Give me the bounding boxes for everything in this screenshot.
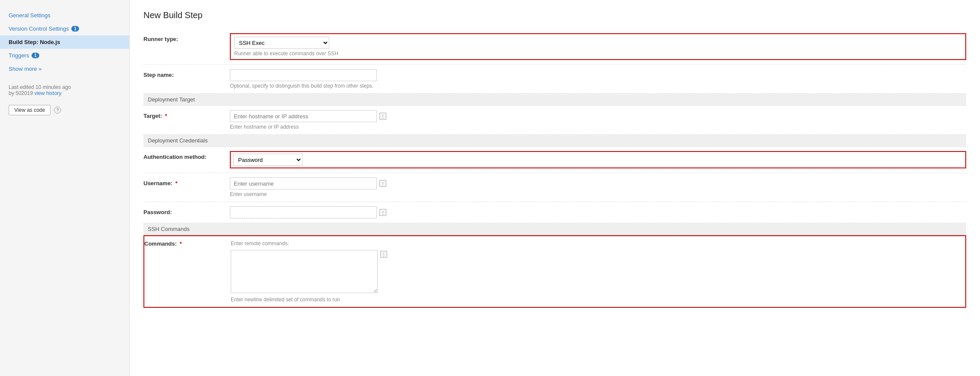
sidebar-item-label: General Settings — [9, 12, 51, 19]
username-placeholder-hint: Enter username — [230, 191, 966, 197]
sidebar-badge: 1 — [71, 26, 79, 32]
password-icon[interactable]: ⋮ — [379, 209, 386, 216]
commands-control: Enter remote commands: ⋮ Enter newline d… — [231, 240, 965, 303]
show-more-label: Show more » — [9, 66, 42, 72]
last-edited-time: 10 minutes ago — [35, 84, 71, 90]
target-icon[interactable]: ⋮ — [379, 113, 386, 120]
commands-above-hint: Enter remote commands: — [231, 240, 965, 246]
username-required: * — [174, 180, 178, 186]
username-control: ⋮ Enter username — [230, 177, 966, 197]
ssh-commands-section-header: SSH Commands — [143, 223, 966, 235]
auth-method-label: Authentication method: — [143, 151, 230, 160]
runner-type-select[interactable]: SSH Exec Command Line Ant Maven — [234, 37, 329, 49]
commands-below-hint: Enter newline delimited set of commands … — [231, 297, 965, 303]
runner-type-highlight: SSH Exec Command Line Ant Maven Runner a… — [230, 33, 966, 60]
runner-type-select-row: SSH Exec Command Line Ant Maven — [234, 37, 962, 49]
last-edited-label: Last edited — [9, 84, 34, 90]
commands-section-highlight: Commands: * Enter remote commands: ⋮ Ent… — [143, 235, 966, 308]
password-row: Password: ⋮ — [143, 202, 966, 223]
sidebar-item-label: Triggers — [9, 52, 29, 59]
auth-method-highlight: Password SSH Key Default — [230, 151, 966, 168]
password-label: Password: — [143, 206, 230, 215]
auth-method-row: Authentication method: Password SSH Key … — [143, 147, 966, 173]
help-icon[interactable]: ? — [54, 107, 61, 114]
deployment-credentials-section-header: Deployment Credentials — [143, 135, 966, 147]
view-as-code-section: View as code ? — [0, 101, 129, 120]
commands-required: * — [178, 240, 182, 247]
step-name-label: Step name: — [143, 69, 230, 78]
username-row: Username: * ⋮ Enter username — [143, 173, 966, 202]
view-as-code-button[interactable]: View as code — [9, 105, 51, 115]
sidebar-badge: 1 — [32, 53, 39, 58]
view-history-link[interactable]: view history — [34, 90, 61, 96]
sidebar-item-version-control-settings[interactable]: Version Control Settings 1 — [0, 22, 129, 35]
last-edited-by: by 502019 — [9, 90, 33, 96]
step-name-row: Step name: Optional, specify to distingu… — [143, 65, 966, 94]
runner-type-label: Runner type: — [143, 33, 230, 42]
commands-icon[interactable]: ⋮ — [380, 251, 387, 258]
sidebar-item-build-step-nodejs: Build Step: Node.js — [0, 35, 129, 49]
target-input[interactable] — [230, 110, 377, 122]
target-input-wrap: ⋮ — [230, 110, 966, 122]
username-icon[interactable]: ⋮ — [379, 180, 386, 187]
commands-textarea-wrap: ⋮ — [231, 250, 965, 293]
username-label: Username: * — [143, 177, 230, 186]
target-required: * — [163, 113, 167, 119]
sidebar-item-label: Version Control Settings — [9, 25, 69, 32]
auth-method-select[interactable]: Password SSH Key Default — [233, 154, 302, 166]
target-label: Target: * — [143, 110, 230, 119]
deployment-target-section-header: Deployment Target — [143, 94, 966, 106]
step-name-hint: Optional, specify to distinguish this bu… — [230, 83, 966, 89]
target-placeholder-hint: Enter hostname or IP address — [230, 124, 966, 130]
password-input-wrap: ⋮ — [230, 206, 966, 218]
main-content: New Build Step Runner type: SSH Exec Com… — [130, 0, 980, 376]
username-input-wrap: ⋮ — [230, 177, 966, 190]
target-row: Target: * ⋮ Enter hostname or IP address — [143, 106, 966, 135]
step-name-control: Optional, specify to distinguish this bu… — [230, 69, 966, 89]
target-control: ⋮ Enter hostname or IP address — [230, 110, 966, 130]
sidebar: General Settings Version Control Setting… — [0, 0, 130, 376]
password-control: ⋮ — [230, 206, 966, 218]
auth-method-control: Password SSH Key Default — [230, 151, 966, 168]
commands-textarea[interactable] — [231, 250, 378, 293]
sidebar-item-triggers[interactable]: Triggers 1 — [0, 49, 129, 62]
runner-type-hint: Runner able to execute commands over SSH — [234, 51, 962, 57]
commands-label: Commands: * — [144, 240, 231, 247]
runner-type-row: Runner type: SSH Exec Command Line Ant M… — [143, 29, 966, 65]
username-input[interactable] — [230, 177, 377, 190]
password-input[interactable] — [230, 206, 377, 218]
step-name-input[interactable] — [230, 69, 377, 81]
sidebar-item-label: Build Step: Node.js — [9, 39, 60, 45]
commands-row: Commands: * Enter remote commands: ⋮ Ent… — [144, 240, 965, 303]
sidebar-item-general-settings[interactable]: General Settings — [0, 9, 129, 22]
show-more-link[interactable]: Show more » — [0, 62, 129, 76]
runner-type-control: SSH Exec Command Line Ant Maven Runner a… — [230, 33, 966, 60]
last-edited-info: Last edited 10 minutes ago by 502019 vie… — [0, 76, 129, 101]
page-title: New Build Step — [143, 10, 966, 20]
